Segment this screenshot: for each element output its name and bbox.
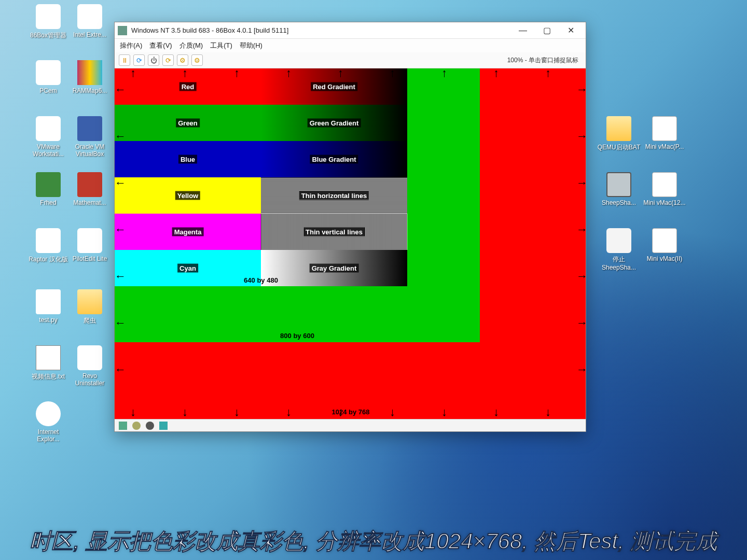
desktop-icon[interactable]: 86Box管理器 [26, 4, 71, 40]
label-red: Red [179, 82, 197, 91]
app-icon [36, 116, 61, 141]
desktop-icon[interactable]: Intel Extre... [67, 4, 112, 38]
label-hlines: Thin horizontal lines [299, 191, 369, 200]
gear-icon [606, 228, 631, 253]
app-icon [36, 228, 61, 253]
desktop-icon[interactable]: VMware Workstati... [26, 116, 71, 158]
desktop-icon[interactable]: SheepSha... [597, 172, 641, 206]
txt-icon [36, 345, 61, 370]
floppy-icon [119, 422, 127, 430]
stripe-icon [77, 60, 102, 85]
titlebar[interactable]: Windows NT 3.5 build 683 - 86Box 4.0.1 [… [115, 22, 586, 39]
app-icon [77, 4, 102, 29]
extra-gear-button[interactable]: ⚙ [191, 54, 203, 66]
app-icon [36, 4, 61, 29]
app-icon [77, 345, 102, 370]
desktop-icon[interactable]: test.py [26, 289, 71, 324]
cd-icon [132, 422, 141, 430]
desktop-icon[interactable]: Mini vMac(12... [642, 172, 687, 206]
emulator-window: Windows NT 3.5 build 683 - 86Box 4.0.1 [… [114, 22, 586, 432]
label-magenta: Magenta [172, 228, 204, 236]
settings-gear-button[interactable]: ⚙ [177, 54, 188, 66]
sound-icon [159, 422, 168, 430]
desktop-icon[interactable]: PilotEdit Lite [67, 228, 112, 262]
desktop-icon[interactable]: Oracle VM VirtualBox [67, 116, 112, 158]
power-button[interactable]: ⏻ [148, 54, 159, 66]
vmac-icon [652, 172, 677, 197]
window-title: Windows NT 3.5 build 683 - 86Box 4.0.1 [… [131, 26, 511, 34]
app-icon [77, 228, 102, 253]
desktop-icon[interactable]: RAMMap6... [67, 60, 112, 94]
cad-button[interactable]: ⟳ [162, 54, 174, 66]
desktop-icon[interactable]: Revo Uninstaller [67, 345, 112, 387]
green-icon [36, 172, 61, 197]
box-icon [77, 116, 102, 141]
folder-icon [77, 289, 102, 314]
menu-tools[interactable]: 工具(T) [210, 41, 232, 50]
label-yellow: Yellow [175, 191, 200, 200]
desktop-icon[interactable]: 停止SheepSha... [597, 228, 641, 271]
label-cyan: Cyan [177, 264, 198, 273]
app-icon [36, 60, 61, 85]
desktop-icon[interactable]: Internet Explor... [26, 401, 71, 443]
py-icon [36, 289, 61, 314]
label-green-g: Green Gradient [308, 119, 361, 128]
vmac-icon [652, 116, 677, 141]
desktop-icon[interactable]: Frhed [26, 172, 71, 206]
app-icon [118, 26, 127, 35]
vmac-icon [652, 228, 677, 253]
label-red-grad: Red Gradient [311, 82, 357, 91]
label-blue: Blue [178, 155, 197, 164]
folder-icon [606, 116, 631, 141]
menu-view[interactable]: 查看(V) [149, 41, 172, 50]
desktop-icon[interactable]: Raptor 汉化版 [26, 228, 71, 264]
desktop-icon[interactable]: 爬虫 [67, 289, 112, 325]
pause-button[interactable]: ⏸ [119, 54, 130, 66]
desktop-icon[interactable]: Mathemat... [67, 172, 112, 206]
video-subtitle: 时区, 显示把色彩改成真彩色, 分辨率改成1024×768, 然后Test, 测… [0, 527, 747, 556]
ie-icon [36, 401, 61, 426]
desktop-icon[interactable]: Mini vMac(P... [642, 116, 687, 150]
hdd-icon [146, 422, 154, 430]
menubar: 操作(A) 查看(V) 介质(M) 工具(T) 帮助(H) [115, 39, 586, 52]
statusbar [115, 419, 586, 431]
emulated-display[interactable]: Red Red Gradient Green Green Gradient Bl… [115, 68, 586, 419]
menu-action[interactable]: 操作(A) [120, 41, 142, 50]
label-blue-g: Blue Gradient [310, 155, 358, 164]
desktop-icon[interactable]: 视频信息.txt [26, 345, 71, 381]
maximize-button[interactable]: ▢ [535, 22, 559, 39]
label-640: 640 by 480 [242, 276, 280, 285]
menu-media[interactable]: 介质(M) [179, 41, 203, 50]
label-1024: 1024 by 768 [329, 408, 371, 416]
hard-reset-button[interactable]: ⟳ [133, 54, 145, 66]
mac-icon [606, 172, 631, 197]
minimize-button[interactable]: — [511, 22, 535, 39]
zoom-status: 100% - 单击窗口捕捉鼠标 [507, 56, 582, 65]
label-green: Green [176, 119, 200, 128]
label-vlines: Thin vertical lines [303, 228, 365, 236]
menu-help[interactable]: 帮助(H) [240, 41, 262, 50]
red-icon [77, 172, 102, 197]
desktop-icon[interactable]: PCem [26, 60, 71, 94]
desktop-icon[interactable]: QEMU启动BAT [597, 116, 641, 152]
desktop-icon[interactable]: Mini vMac(II) [642, 228, 687, 262]
close-button[interactable]: ✕ [559, 22, 583, 39]
label-800: 800 by 600 [278, 331, 316, 340]
label-gray: Gray Gradient [310, 264, 359, 273]
